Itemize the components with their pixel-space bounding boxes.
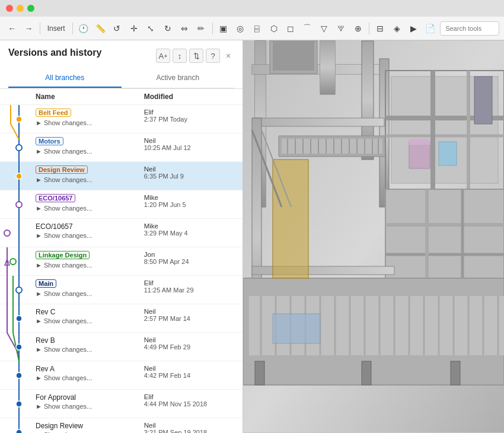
add-branch-button[interactable]: A+ (156, 49, 170, 63)
version-name-col: Rev C► Show changes... (36, 308, 144, 324)
show-changes-link[interactable]: ► Show changes... (36, 403, 144, 410)
version-row[interactable]: For Approval► Show changes...Elif4:44 PM… (0, 390, 243, 418)
version-date: 6:35 PM Jul 9 (144, 173, 234, 180)
branch-indicator (8, 251, 36, 256)
toolbar-divider-1 (40, 23, 40, 34)
version-info: Rev A► Show changes...Neil4:42 PM Feb 14 (36, 365, 234, 381)
tool-scale[interactable]: ⤡ (143, 20, 158, 37)
version-row[interactable]: Design Review► Show changes...Neil6:35 P… (0, 162, 243, 190)
tool-move[interactable]: ✛ (127, 20, 141, 37)
show-changes-link[interactable]: ► Show changes... (36, 205, 144, 212)
search-input[interactable] (440, 21, 499, 36)
version-info: For Approval► Show changes...Elif4:44 PM… (36, 393, 234, 410)
version-row[interactable]: ECO/10657► Show changes...Mike3:29 PM Ma… (0, 219, 243, 247)
version-row[interactable]: Linkage Design► Show changes...Jon8:50 P… (0, 247, 243, 276)
tool-sketch[interactable]: ✏ (194, 20, 208, 37)
tool-revolve[interactable]: ◎ (233, 20, 247, 37)
tool-measure[interactable]: 📏 (93, 20, 107, 37)
tool-combine[interactable]: ⊕ (350, 20, 365, 37)
show-changes-link[interactable]: ► Show changes... (36, 317, 144, 324)
svg-rect-28 (273, 41, 314, 71)
branch-indicator (8, 393, 36, 398)
tool-render[interactable]: ◈ (390, 20, 404, 37)
show-changes-link[interactable]: ► Show changes... (36, 262, 144, 269)
main-toolbar: ← → Insert 🕐 📏 ↺ ✛ ⤡ ↻ ⇔ ✏ ▣ ◎ ⌸ ⬡ ◻ ⌒ ▽… (0, 17, 504, 40)
tool-rotate[interactable]: ↻ (160, 20, 174, 37)
version-name-col: For Approval► Show changes... (36, 393, 144, 410)
cad-viewport[interactable] (243, 40, 504, 433)
panel-header: Versions and history A+ ↕ ⇅ ? × All bran… (0, 40, 243, 89)
back-button[interactable]: ← (5, 20, 19, 37)
branch-toggle-button[interactable]: ⇅ (189, 49, 203, 63)
tool-fillet[interactable]: ⌒ (300, 20, 314, 37)
version-date: 11:25 AM Mar 29 (144, 286, 234, 294)
main-area: Versions and history A+ ↕ ⇅ ? × All bran… (0, 40, 504, 433)
panel-close-button[interactable]: × (222, 50, 234, 62)
show-changes-link[interactable]: ► Show changes... (36, 374, 144, 381)
tool-drawing[interactable]: 📄 (423, 20, 438, 37)
version-name-col: Rev B► Show changes... (36, 336, 144, 353)
version-date: 3:29 PM May 4 (144, 230, 234, 237)
version-date: 4:42 PM Feb 14 (144, 372, 234, 379)
version-list: Belt Feed► Show changes...Elif2:37 PM To… (0, 105, 243, 433)
version-row[interactable]: Belt Feed► Show changes...Elif2:37 PM To… (0, 105, 243, 133)
version-info: Motors► Show changes...Neil10:25 AM Jul … (36, 137, 234, 155)
tool-pattern[interactable]: ⩔ (334, 20, 348, 37)
version-plain-name: For Approval (36, 393, 144, 402)
version-author: Mike (144, 194, 234, 201)
sort-button[interactable]: ↕ (173, 49, 187, 63)
tab-active-branch[interactable]: Active branch (122, 69, 235, 88)
cad-model-svg (243, 40, 504, 433)
show-changes-link[interactable]: ► Show changes... (36, 232, 144, 239)
version-date: 2:57 PM Mar 14 (144, 315, 234, 322)
version-row[interactable]: Main► Show changes...Elif11:25 AM Mar 29 (0, 276, 243, 304)
tool-orbit[interactable]: ↺ (110, 20, 124, 37)
version-row[interactable]: Rev A► Show changes...Neil4:42 PM Feb 14 (0, 361, 243, 390)
branch-indicator (8, 137, 36, 142)
maximize-window-button[interactable] (27, 5, 34, 12)
show-changes-link[interactable]: ► Show changes... (36, 119, 144, 126)
version-row[interactable]: Motors► Show changes...Neil10:25 AM Jul … (0, 133, 243, 162)
version-row[interactable]: Rev C► Show changes...Neil2:57 PM Mar 14 (0, 304, 243, 333)
tool-mirror[interactable]: ⇔ (177, 20, 192, 37)
help-button[interactable]: ? (206, 49, 220, 63)
version-row[interactable]: Design Review► Show changes...Neil3:21 P… (0, 418, 243, 433)
version-tag: Motors (36, 137, 63, 145)
svg-rect-59 (474, 77, 492, 124)
tool-section[interactable]: ⊟ (373, 20, 387, 37)
version-modified-col: Elif11:25 AM Mar 29 (144, 279, 234, 297)
svg-rect-30 (320, 41, 335, 94)
branch-indicator (8, 222, 36, 227)
version-row[interactable]: Rev B► Show changes...Neil4:49 PM Feb 29 (0, 333, 243, 361)
tab-all-branches[interactable]: All branches (8, 69, 122, 88)
version-modified-col: Neil6:35 PM Jul 9 (144, 165, 234, 183)
tool-sweep[interactable]: ⌸ (250, 20, 264, 37)
branch-indicator (8, 336, 36, 341)
show-changes-link[interactable]: ► Show changes... (36, 346, 144, 353)
insert-button[interactable]: Insert (44, 20, 69, 37)
tool-history[interactable]: 🕐 (76, 20, 91, 37)
tool-loft[interactable]: ⬡ (267, 20, 281, 37)
panel-title: Versions and history (8, 47, 101, 58)
show-changes-link[interactable]: ► Show changes... (36, 290, 144, 297)
close-window-button[interactable] (6, 5, 13, 12)
tool-animation[interactable]: ▶ (406, 20, 420, 37)
show-changes-link[interactable]: ► Show changes... (36, 148, 144, 155)
version-info: Main► Show changes...Elif11:25 AM Mar 29 (36, 279, 234, 297)
tool-extrude[interactable]: ▣ (216, 20, 230, 37)
version-row[interactable]: ECO/10657► Show changes...Mike1:20 PM Ju… (0, 190, 243, 219)
version-name-col: Design Review► Show changes... (36, 165, 144, 183)
minimize-window-button[interactable] (17, 5, 24, 12)
forward-button[interactable]: → (21, 20, 36, 37)
version-info: Belt Feed► Show changes...Elif2:37 PM To… (36, 109, 234, 126)
version-author: Mike (144, 222, 234, 230)
tool-chamfer[interactable]: ▽ (317, 20, 331, 37)
version-info: Design Review► Show changes...Neil3:21 P… (36, 422, 234, 433)
version-name-col: Linkage Design► Show changes... (36, 251, 144, 269)
title-bar (0, 0, 504, 17)
version-info: ECO/10657► Show changes...Mike3:29 PM Ma… (36, 222, 234, 239)
show-changes-link[interactable]: ► Show changes... (36, 176, 144, 183)
version-author: Neil (144, 165, 234, 173)
version-modified-col: Mike1:20 PM Jun 5 (144, 194, 234, 212)
tool-shell[interactable]: ◻ (283, 20, 298, 37)
